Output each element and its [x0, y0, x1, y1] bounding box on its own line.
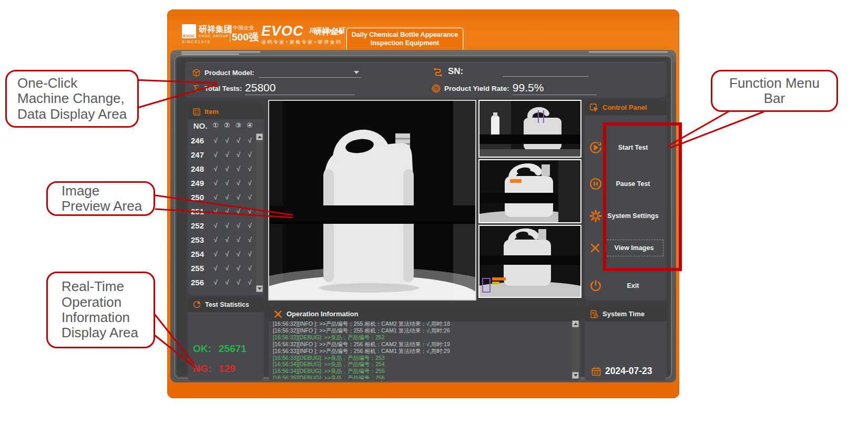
- table-row[interactable]: 253√√√√: [191, 233, 256, 247]
- arrow-down-icon: [258, 287, 262, 290]
- check-mark: √: [233, 250, 244, 258]
- row-number: 248: [191, 164, 210, 173]
- check-mark: √: [210, 137, 221, 144]
- check-mark: √: [233, 208, 244, 215]
- product-model-label: Product Model:: [205, 69, 254, 77]
- check-mark: √: [233, 165, 244, 173]
- check-mark: √: [221, 179, 233, 187]
- start-test-icon: [589, 141, 603, 154]
- data-display-bar: Product Model: Total Tests: 25800 SN:: [185, 62, 667, 98]
- ng-value: 129: [219, 363, 236, 375]
- close-x-icon: [589, 242, 601, 254]
- log-line: [16:56:32][INFO ]: >>产品编号：255 相机：CAM1 算法…: [273, 327, 570, 334]
- logo-company-name: 研祥集团: [199, 24, 232, 35]
- function-menu-highlight-rect: [603, 122, 682, 271]
- yield-rate-icon: [431, 84, 441, 94]
- log-scroll-down-button[interactable]: [572, 372, 579, 379]
- table-row[interactable]: 248√√√√: [191, 162, 256, 176]
- check-mark: √: [233, 179, 244, 187]
- sn-field[interactable]: [503, 66, 588, 77]
- system-date-value: 2024-07-23: [605, 366, 652, 377]
- exit-button[interactable]: Exit: [589, 275, 663, 296]
- sn-icon: [432, 66, 444, 77]
- check-mark: √: [221, 236, 233, 244]
- screenshot-root: EVOC 研祥集团 EVOC GROUP S I N C E 1 9 7 8 中…: [0, 0, 868, 425]
- sn-label: SN:: [448, 66, 463, 77]
- check-mark: √: [244, 165, 256, 173]
- check-mark: √: [221, 137, 233, 144]
- preview-thumbnail-1[interactable]: [478, 100, 581, 158]
- pie-chart-icon: [192, 300, 201, 309]
- scroll-up-button[interactable]: [256, 133, 263, 140]
- logo-since: S I N C E 1 9 7 8: [182, 40, 210, 44]
- decor-line: [589, 51, 668, 53]
- row-number: 247: [191, 150, 210, 159]
- preview-thumbnail-3[interactable]: [478, 225, 581, 298]
- ng-count-row: NG: 129: [193, 363, 236, 375]
- item-table-rows: 246√√√√247√√√√248√√√√249√√√√250√√√√251√√…: [191, 133, 256, 290]
- table-row[interactable]: 251√√√√: [191, 204, 256, 219]
- ng-label: NG:: [193, 363, 211, 375]
- log-line: [16:56:32][DEBUG]: >>良品，产品编号：252: [273, 334, 570, 341]
- log-output[interactable]: [16:56:32][INFO ]: >>产品编号：255 相机：CAM2 算法…: [273, 320, 570, 379]
- system-time-header: System Time: [585, 306, 667, 322]
- table-row[interactable]: 254√√√√: [191, 247, 256, 261]
- crossed-tools-icon: [273, 309, 283, 319]
- check-mark: √: [210, 165, 221, 173]
- check-mark: √: [221, 193, 233, 201]
- table-row[interactable]: 247√√√√: [191, 148, 256, 162]
- check-mark: √: [221, 208, 233, 215]
- operation-info-title: Operation Information: [287, 310, 359, 318]
- check-mark: √: [210, 278, 221, 286]
- product-model-dropdown[interactable]: [259, 67, 361, 78]
- table-row[interactable]: 252√√√√: [191, 219, 256, 233]
- clock-document-icon: [589, 309, 599, 319]
- table-row[interactable]: 256√√√√: [191, 275, 256, 289]
- operation-info-panel: Operation Information [16:56:32][INFO ]:…: [269, 306, 581, 381]
- callout-realtime-info-area: Real-Time Operation Information Display …: [46, 272, 155, 348]
- row-number: 255: [191, 264, 210, 273]
- test-statistics-panel: Test Statistics OK: 25671 NG: 129: [188, 297, 264, 381]
- check-mark: √: [244, 250, 256, 258]
- table-row[interactable]: 249√√√√: [191, 176, 256, 190]
- log-scrollbar[interactable]: [572, 320, 579, 379]
- check-mark: √: [233, 222, 244, 230]
- check-mark: √: [210, 264, 221, 272]
- logo-separator: [230, 25, 230, 42]
- test-statistics-header: Test Statistics: [188, 297, 264, 312]
- item-table-scrollbar[interactable]: [256, 133, 263, 292]
- col-4: ④: [244, 121, 256, 130]
- power-icon: [589, 279, 603, 293]
- log-line: [16:56:35][DEBUG]: >>良品，产品编号：256: [273, 375, 570, 379]
- preview-thumbnail-2[interactable]: [478, 159, 581, 223]
- row-number: 250: [191, 193, 210, 202]
- scroll-down-button[interactable]: [256, 285, 263, 292]
- check-mark: √: [244, 208, 256, 215]
- check-mark: √: [221, 264, 233, 272]
- ok-label: OK:: [193, 343, 211, 355]
- check-mark: √: [233, 193, 244, 201]
- table-row[interactable]: 255√√√√: [191, 261, 256, 275]
- check-mark: √: [210, 250, 221, 258]
- table-row[interactable]: 250√√√√: [191, 190, 256, 204]
- yield-rate-value: 99.5%: [513, 81, 544, 94]
- ok-count-row: OK: 25671: [193, 343, 247, 355]
- check-mark: √: [233, 236, 244, 244]
- check-mark: √: [244, 264, 256, 272]
- header-divider: [167, 15, 679, 16]
- dropdown-caret-icon: [354, 71, 359, 74]
- row-number: 256: [191, 278, 210, 287]
- evoc-logo-icon: EVOC: [182, 24, 196, 38]
- table-row[interactable]: 246√√√√: [191, 133, 256, 148]
- system-time-title: System Time: [603, 310, 645, 318]
- log-line: [16:56:34][DEBUG]: >>良品，产品编号：254: [273, 361, 570, 368]
- yield-rate-label: Product Yield Rate:: [444, 85, 509, 92]
- check-mark: √: [210, 193, 221, 201]
- check-mark: √: [221, 165, 233, 173]
- check-mark: √: [210, 179, 221, 187]
- log-scroll-up-button[interactable]: [572, 320, 579, 327]
- item-checklist-icon: [192, 108, 201, 116]
- product-model-icon: [192, 68, 201, 77]
- col-no: NO.: [191, 121, 210, 130]
- total-tests-field: 25800: [245, 81, 354, 95]
